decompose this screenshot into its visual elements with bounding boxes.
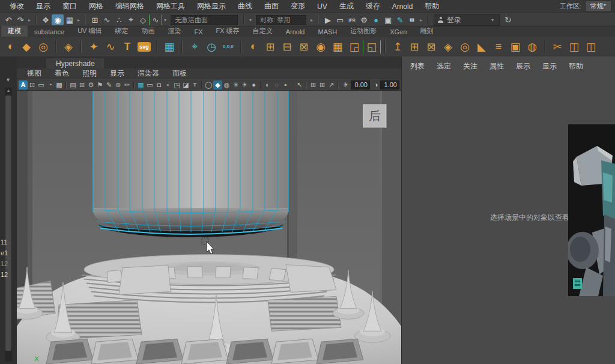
render-current-frame-icon[interactable]: ▭ [334,14,346,25]
snap-view-plane-icon[interactable]: ◇ [137,14,149,25]
hypershade-tab[interactable]: Hypershade [46,58,105,68]
select-object-icon[interactable]: ◉ [52,14,64,25]
workspace-selector[interactable]: 常规* [585,1,611,12]
outliner-item-fragment[interactable]: 12 [1,260,8,267]
separate-icon[interactable]: ⊟ [279,38,295,55]
menu-item[interactable]: 变形 [285,1,311,11]
menu-item[interactable]: 生成 [333,1,360,11]
panel-menu-item[interactable]: 显示 [103,68,131,79]
flyout-arrow-icon[interactable]: ▸ [26,17,32,23]
shelf-tab[interactable]: XGen [383,28,413,37]
menu-item[interactable]: 网格 [83,1,109,11]
login-dropdown[interactable]: 登录 ▾ [434,14,500,26]
scroll-up-icon[interactable]: ▲ [5,88,12,93]
shelf-tab[interactable]: 渲染 [162,26,188,37]
menu-item[interactable]: 帮助 [419,1,445,11]
zoom-region-icon[interactable]: ⊕ [114,80,123,89]
shelf-tab[interactable]: Arnold [279,28,312,37]
shelf-tab[interactable]: 动画 [135,26,162,37]
poly-cube-icon[interactable]: ◆ [18,38,35,55]
wireframe-icon[interactable]: ◯ [204,80,213,89]
field-chart-icon[interactable]: T [190,80,199,89]
snap-curve-icon[interactable]: ∿ [101,14,113,25]
menu-item[interactable]: Arnold [386,2,419,11]
combine-icon[interactable]: ⊞ [262,38,279,55]
pivot-icon[interactable]: ✎ [105,80,114,89]
selected-cylinder-mesh[interactable] [93,91,288,237]
attribute-editor-menu-item[interactable]: 显示 [536,61,563,71]
panel-menu-item[interactable]: 渲染器 [131,68,166,79]
delete-history-icon[interactable]: ◷ [203,38,220,55]
attribute-editor-menu-item[interactable]: 展示 [510,61,536,71]
exposure-field[interactable]: 0.00 [351,80,370,89]
plate-icon[interactable]: ▪ [281,80,290,89]
symmetry-field[interactable]: 对称: 禁用 [256,15,306,25]
multi-cut-icon[interactable]: ✂ [549,38,566,55]
panel-menu-item[interactable]: 面板 [166,68,193,79]
smooth-preview-icon[interactable]: ◱ [363,40,381,53]
outliner-item-fragment[interactable]: 12 [1,271,8,278]
shelf-tab[interactable]: 运动图形 [344,26,383,37]
bookmark-icon[interactable]: ⚑ [95,80,105,89]
default-material-icon[interactable]: ✳ [231,80,240,89]
hypershade-icon[interactable]: ● [370,14,382,25]
shelf-tab[interactable]: UV 编辑 [71,26,108,37]
textured-icon[interactable]: ◍ [222,80,231,89]
shelf-tab[interactable]: MASH [311,28,344,37]
caret-down-icon[interactable]: ▾ [162,17,168,23]
scene-canvas[interactable] [17,91,401,364]
outliner-item-fragment[interactable]: e1 [1,249,8,256]
offset-edge-icon[interactable]: ◫ [583,38,599,55]
camera-settings-icon[interactable]: ⚙ [86,80,95,89]
type-text-icon[interactable]: T [119,38,136,55]
attribute-editor-menu-item[interactable]: 关注 [457,61,483,71]
helix-icon[interactable]: ∿ [102,38,119,55]
flyout-arrow-icon[interactable]: ▸ [76,17,82,23]
layers-icon[interactable]: ≡ [490,38,507,55]
frame-selected-icon[interactable]: ▭ [37,80,46,89]
center-pivot-icon[interactable]: 0,0,0 [220,38,237,55]
select-hierarchy-icon[interactable]: ❖ [40,14,52,25]
platonic-solid-icon[interactable]: ◈ [60,38,77,55]
image-plane-icon[interactable]: ▩ [55,80,64,89]
film-gate-icon[interactable]: ▭ [145,80,154,89]
attribute-editor-menu-item[interactable]: 列表 [404,61,431,71]
render-settings-icon[interactable]: ⚙ [358,14,370,25]
sync-refresh-icon[interactable]: ↻ [504,15,512,25]
mirror-icon[interactable]: ⊠ [295,38,312,55]
projection-icon[interactable]: ⌖ [186,38,203,55]
camera-icon[interactable]: ▤ [68,80,77,89]
super-shape-icon[interactable]: ✦ [85,38,102,55]
unwrap-icon[interactable]: ⊠ [423,38,440,55]
outliner-scrollbar[interactable]: ▲ [5,88,12,362]
panel-menu-item[interactable]: 视图 [20,68,48,79]
extrude-icon[interactable]: ↥ [389,38,406,55]
exposure-icon[interactable]: ☀ [343,81,349,89]
shelf-tab[interactable]: 绑定 [109,26,135,37]
gate-mask-icon[interactable]: ▫ [163,80,172,89]
shelf-tab[interactable]: substance [28,28,71,37]
shelf-tab[interactable]: FX 缓存 [210,26,246,37]
merge-icon[interactable]: ◉ [312,38,329,55]
undo-icon[interactable]: ↶ [2,14,14,25]
poly-sphere-icon[interactable]: ◖ [1,38,18,55]
gamma-icon[interactable]: ◑ [374,81,378,88]
render-sequence-icon[interactable]: ▣ [382,14,394,25]
edge-ring-icon[interactable]: ◫ [566,38,583,55]
shelf-tab[interactable]: 自定义 [246,26,279,37]
menu-item[interactable]: 曲面 [258,1,285,11]
ao-icon[interactable]: ◐ [263,80,272,89]
panel-menu-item[interactable]: 照明 [76,68,103,79]
quads-icon[interactable]: ◈ [440,38,456,55]
crop-icon[interactable]: ↗ [327,80,336,89]
camera-attributes-icon[interactable]: ⊞ [77,80,86,89]
resolution-gate-icon[interactable]: ◘ [154,80,163,89]
flyout-arrow-icon[interactable]: ▸ [309,17,315,23]
menu-item[interactable]: 曲线 [232,1,258,11]
menu-item[interactable]: 编辑网格 [109,1,150,11]
paste-layer-icon[interactable]: ⊞ [318,80,327,89]
quad-draw-icon[interactable]: ▦ [329,38,346,55]
svg-import-icon[interactable]: svg [138,42,151,52]
motion-blur-icon[interactable]: ◌ [272,80,281,89]
snap-projected-center-icon[interactable]: ⌖ [125,14,137,25]
